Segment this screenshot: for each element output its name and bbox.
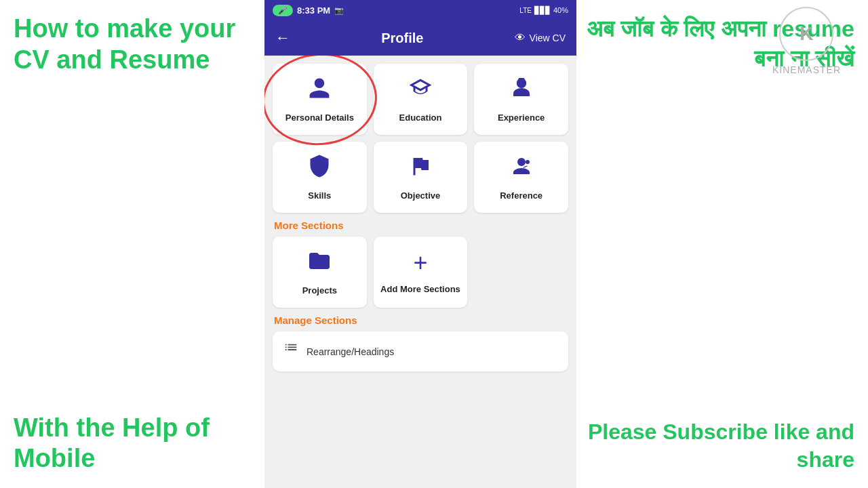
left-top-text: How to make your CV and Resume [14, 14, 258, 75]
subscribe-text: Please Subscribe like and share [583, 418, 854, 474]
km-brand-label: KINEMASTER [772, 64, 841, 75]
status-time: 8:33 PM [297, 5, 330, 16]
card-skills[interactable]: Skills [273, 142, 367, 213]
phone-container: 🎤 8:33 PM 📷 LTE ▊▊▊ 40% ← Profile 👁 View… [264, 0, 576, 488]
right-overlay: K KINEMASTER अब जॉब के लिए अपना resume ब… [576, 0, 861, 488]
add-more-sections-label: Add More Sections [380, 284, 460, 294]
video-icon: 📷 [334, 6, 344, 15]
left-overlay: How to make your CV and Resume With the … [7, 0, 264, 488]
card-projects[interactable]: Projects [273, 237, 367, 308]
svg-rect-0 [518, 78, 524, 81]
eye-icon: 👁 [515, 32, 526, 44]
lines-icon [283, 342, 298, 361]
folder-icon [307, 249, 332, 279]
right-bottom-area: Please Subscribe like and share [583, 418, 854, 474]
content-area: Personal Details Education [264, 56, 576, 488]
manage-sections-header: Manage Sections [274, 314, 568, 326]
card-add-more-sections[interactable]: + Add More Sections [374, 237, 468, 308]
svg-point-1 [517, 158, 526, 166]
mic-icon: 🎤 [273, 5, 293, 16]
view-cv-button[interactable]: 👁 View CV [515, 32, 566, 44]
experience-icon [509, 76, 534, 106]
km-k-letter: K [800, 23, 813, 45]
left-bottom-text: With the Help of Mobile [14, 413, 258, 474]
battery-indicator: 40% [553, 6, 568, 14]
status-bar: 🎤 8:33 PM 📷 LTE ▊▊▊ 40% [264, 0, 576, 20]
kinemaster-logo: K KINEMASTER [772, 7, 841, 75]
back-button[interactable]: ← [275, 29, 290, 47]
app-header: ← Profile 👁 View CV [264, 20, 576, 56]
header-title: Profile [381, 30, 423, 46]
education-label: Education [399, 113, 442, 123]
svg-point-2 [526, 160, 530, 164]
card-education[interactable]: Education [374, 64, 468, 135]
shield-icon [307, 154, 332, 184]
status-right: LTE ▊▊▊ 40% [519, 6, 568, 15]
card-reference[interactable]: Reference [474, 142, 568, 213]
plus-icon: + [413, 249, 427, 277]
card-personal-details[interactable]: Personal Details [273, 64, 367, 135]
reference-icon [509, 154, 534, 184]
reference-label: Reference [500, 190, 542, 201]
skills-label: Skills [308, 190, 331, 201]
rearrange-headings-card[interactable]: Rearrange/Headings [273, 331, 568, 371]
objective-label: Objective [401, 190, 441, 201]
flag-icon [408, 154, 433, 184]
person-icon [307, 76, 332, 106]
card-objective[interactable]: Objective [374, 142, 468, 213]
experience-label: Experience [498, 113, 545, 123]
km-circle-icon: K [779, 7, 833, 61]
personal-details-label: Personal Details [285, 113, 354, 123]
main-cards-row2: Skills Objective [273, 142, 568, 213]
right-top-area: K KINEMASTER अब जॉब के लिए अपना resume ब… [583, 14, 854, 73]
more-sections-header: More Sections [274, 220, 568, 231]
status-left: 🎤 8:33 PM 📷 [273, 5, 344, 16]
lte-icon: LTE [519, 7, 532, 14]
graduation-icon [408, 76, 433, 106]
more-sections-grid: Projects + Add More Sections [273, 237, 568, 308]
signal-icon: ▊▊▊ [534, 6, 551, 15]
projects-label: Projects [302, 285, 337, 296]
rearrange-headings-label: Rearrange/Headings [307, 346, 394, 357]
view-cv-label: View CV [530, 33, 566, 43]
main-cards-row1: Personal Details Education [273, 64, 568, 135]
card-experience[interactable]: Experience [474, 64, 568, 135]
